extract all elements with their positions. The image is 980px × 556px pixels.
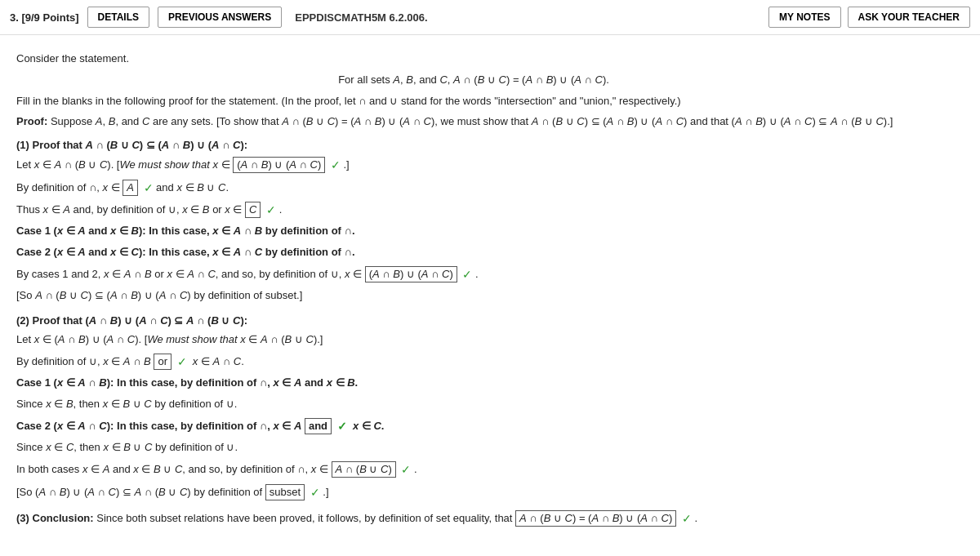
case2-line: Case 2 (x ∈ A and x ∈ C): In this case, … (16, 244, 931, 261)
answer-box-conclusion: A ∩ (B ∪ C) = (A ∩ B) ∪ (A ∩ C) (515, 510, 676, 527)
check-8: ✓ (310, 486, 320, 499)
line-thus-x: Thus x ∈ A and, by definition of ∪, x ∈ … (16, 201, 931, 219)
line-by-def-n-1: By definition of ∩, x ∈ A ✓ and x ∈ B ∪ … (16, 179, 931, 197)
question-number: 3. [9/9 Points] (10, 11, 79, 24)
line-in-both-cases: In both cases x ∈ A and x ∈ B ∪ C, and s… (16, 460, 931, 478)
line-let-x-2: Let x ∈ (A ∩ B) ∪ (A ∩ C). [We must show… (16, 331, 931, 349)
answer-box-6: and (305, 418, 332, 434)
answer-box-1: (A ∩ B) ∪ (A ∩ C) (233, 157, 325, 173)
line-so-subset-2: [So (A ∩ B) ∪ (A ∩ C) ⊆ A ∩ (B ∪ C) by d… (16, 483, 931, 501)
fill-in-instruction: Fill in the blanks in the following proo… (16, 93, 931, 110)
right-buttons-group: MY NOTES ASK YOUR TEACHER (768, 7, 970, 28)
line-let-x-1: Let x ∈ A ∩ (B ∪ C). [We must show that … (16, 156, 931, 174)
my-notes-button[interactable]: MY NOTES (768, 7, 840, 28)
proof-intro: Proof: Suppose A, B, and C are any sets.… (16, 113, 931, 131)
line-by-def-union: By definition of ∪, x ∈ A ∩ B or ✓ x ∈ A… (16, 353, 931, 371)
ask-teacher-button[interactable]: ASK YOUR TEACHER (848, 7, 970, 28)
check-3: ✓ (266, 203, 276, 216)
section2-title: (2) Proof that (A ∩ B) ∪ (A ∩ C) ⊆ A ∩ (… (16, 314, 931, 327)
details-button[interactable]: DETAILS (87, 7, 149, 28)
check-conclusion: ✓ (682, 512, 692, 525)
check-5: ✓ (177, 355, 187, 368)
check-7: ✓ (401, 463, 411, 476)
problem-code: EPPDISCMATH5M 6.2.006. (295, 11, 427, 24)
answer-box-3: C (245, 202, 261, 218)
consider-statement: Consider the statement. (16, 51, 931, 68)
check-1: ✓ (331, 158, 341, 171)
conclusion-line: (3) Conclusion: Since both subset relati… (16, 509, 931, 527)
check-4: ✓ (462, 268, 472, 281)
case3-line: Case 1 (x ∈ A ∩ B): In this case, by def… (16, 375, 931, 392)
answer-box-8: subset (265, 484, 305, 500)
answer-box-2: A (122, 180, 138, 196)
case4-line: Case 2 (x ∈ A ∩ C): In this case, by def… (16, 417, 931, 435)
check-6: ✓ (337, 420, 347, 433)
line-since-c: Since x ∈ C, then x ∈ B ∪ C by definitio… (16, 439, 931, 456)
header: 3. [9/9 Points] DETAILS PREVIOUS ANSWERS… (0, 0, 980, 35)
answer-box-7: A ∩ (B ∪ C) (332, 461, 396, 478)
check-2: ✓ (144, 181, 154, 194)
line-by-cases-1: By cases 1 and 2, x ∈ A ∩ B or x ∈ A ∩ C… (16, 265, 931, 283)
line-so-subset-1: [So A ∩ (B ∪ C) ⊆ (A ∩ B) ∪ (A ∩ C) by d… (16, 287, 931, 305)
line-since-b: Since x ∈ B, then x ∈ B ∪ C by definitio… (16, 396, 931, 413)
case1-line: Case 1 (x ∈ A and x ∈ B): In this case, … (16, 223, 931, 240)
answer-box-5: or (154, 354, 172, 370)
previous-answers-button[interactable]: PREVIOUS ANSWERS (158, 7, 282, 28)
main-content: Consider the statement. For all sets A, … (0, 35, 947, 543)
for-all-statement: For all sets A, B, and C, A ∩ (B ∪ C) = … (16, 72, 931, 89)
section1-title: (1) Proof that A ∩ (B ∪ C) ⊆ (A ∩ B) ∪ (… (16, 139, 931, 151)
answer-box-4: (A ∩ B) ∪ (A ∩ C) (365, 266, 457, 282)
